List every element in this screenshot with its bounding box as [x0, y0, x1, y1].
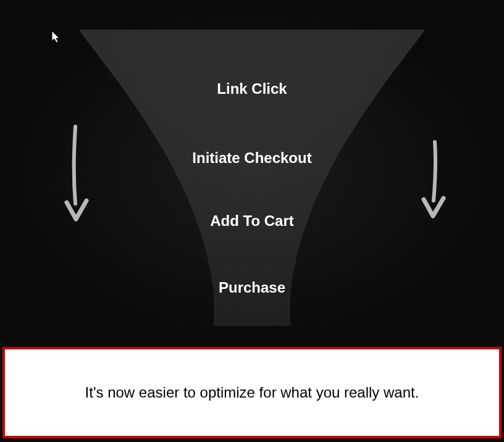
cursor-icon	[52, 31, 62, 46]
arrow-down-right-icon	[418, 139, 448, 228]
funnel-stage-3: Add To Cart	[210, 212, 294, 230]
funnel-stage-4: Purchase	[219, 279, 285, 296]
funnel-stage-1: Link Click	[217, 80, 287, 98]
arrow-down-left-icon	[62, 123, 93, 231]
caption-box: It's now easier to optimize for what you…	[2, 347, 502, 438]
funnel-stage-2: Initiate Checkout	[192, 149, 311, 167]
funnel-labels-container: Link Click Initiate Checkout Add To Cart…	[73, 30, 431, 326]
caption-text: It's now easier to optimize for what you…	[85, 384, 419, 401]
funnel-diagram-area: Link Click Initiate Checkout Add To Cart…	[0, 0, 504, 346]
